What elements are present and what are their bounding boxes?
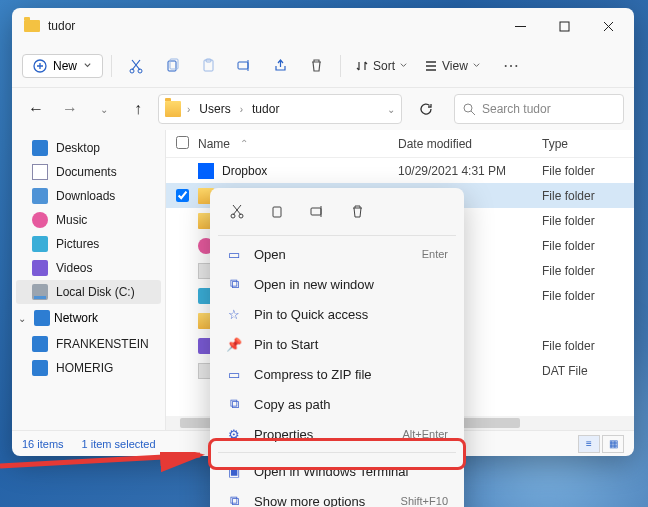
sidebar: DesktopDocumentsDownloadsMusicPicturesVi…: [12, 130, 166, 430]
star-icon: ☆: [226, 306, 242, 322]
selected-count: 1 item selected: [82, 438, 156, 450]
computer-icon: [32, 336, 48, 352]
window-title: tudor: [48, 19, 75, 33]
ctx-delete-icon[interactable]: [340, 196, 374, 226]
svg-rect-0: [560, 22, 569, 31]
address-bar[interactable]: › Users › tudor ⌄: [158, 94, 402, 124]
column-headers: Name⌃ Date modified Type: [166, 130, 634, 158]
paste-icon[interactable]: [192, 50, 224, 82]
sidebar-item-downloads[interactable]: Downloads: [12, 184, 165, 208]
annotation-arrow: [0, 452, 212, 480]
new-button[interactable]: New: [22, 54, 103, 78]
ctx-cut-icon[interactable]: [220, 196, 254, 226]
search-input[interactable]: Search tudor: [454, 94, 624, 124]
more-icon[interactable]: ⋯: [495, 50, 527, 82]
svg-line-14: [0, 455, 200, 466]
toolbar: New Sort View ⋯: [12, 44, 634, 88]
copy-icon[interactable]: [156, 50, 188, 82]
titlebar: tudor: [12, 8, 634, 44]
open-icon: ▭: [226, 246, 242, 262]
up-button[interactable]: ↑: [124, 95, 152, 123]
sort-button[interactable]: Sort: [349, 55, 414, 77]
props-icon: ⚙: [226, 426, 242, 442]
sidebar-item-desktop[interactable]: Desktop: [12, 136, 165, 160]
terminal-icon: ▣: [226, 463, 242, 479]
vid-icon: [32, 260, 48, 276]
context-menu: ▭OpenEnter⧉Open in new window☆Pin to Qui…: [210, 188, 464, 507]
music-icon: [32, 212, 48, 228]
ctx-copy-icon[interactable]: [260, 196, 294, 226]
ctx-show-more-options[interactable]: ⧉Show more optionsShift+F10: [216, 486, 458, 507]
sidebar-item-videos[interactable]: Videos: [12, 256, 165, 280]
zip-icon: ▭: [226, 366, 242, 382]
table-row[interactable]: Dropbox 10/29/2021 4:31 PM File folder: [166, 158, 634, 183]
cut-icon[interactable]: [120, 50, 152, 82]
newwin-icon: ⧉: [226, 276, 242, 292]
select-all-checkbox[interactable]: [176, 136, 189, 149]
ctx-copy-as-path[interactable]: ⧉Copy as path: [216, 389, 458, 419]
view-button[interactable]: View: [418, 55, 487, 77]
icons-view-button[interactable]: ▦: [602, 435, 624, 453]
svg-rect-8: [238, 62, 248, 69]
col-date[interactable]: Date modified: [398, 137, 542, 151]
pin-icon: 📌: [226, 336, 242, 352]
computer-icon: [32, 360, 48, 376]
sidebar-network[interactable]: ⌄Network: [12, 304, 165, 332]
copypath-icon: ⧉: [226, 396, 242, 412]
folder-icon: [165, 101, 181, 117]
dropbox-icon: [198, 163, 214, 179]
delete-icon[interactable]: [300, 50, 332, 82]
minimize-button[interactable]: [498, 10, 542, 42]
sidebar-item-pictures[interactable]: Pictures: [12, 232, 165, 256]
sidebar-item-local-disk-c-[interactable]: Local Disk (C:): [16, 280, 161, 304]
sidebar-item-frankenstein[interactable]: FRANKENSTEIN: [12, 332, 165, 356]
ctx-open-in-windows-terminal[interactable]: ▣Open in Windows Terminal: [216, 456, 458, 486]
more-icon: ⧉: [226, 493, 242, 507]
sidebar-item-homerig[interactable]: HOMERIG: [12, 356, 165, 380]
col-type[interactable]: Type: [542, 137, 634, 151]
breadcrumb[interactable]: tudor: [249, 100, 282, 118]
ctx-properties[interactable]: ⚙PropertiesAlt+Enter: [216, 419, 458, 449]
ctx-pin-to-start[interactable]: 📌Pin to Start: [216, 329, 458, 359]
forward-button[interactable]: →: [56, 95, 84, 123]
down-icon: [32, 188, 48, 204]
breadcrumb[interactable]: Users: [196, 100, 233, 118]
svg-point-9: [464, 104, 472, 112]
rename-icon[interactable]: [228, 50, 260, 82]
ctx-open[interactable]: ▭OpenEnter: [216, 239, 458, 269]
ctx-open-in-new-window[interactable]: ⧉Open in new window: [216, 269, 458, 299]
row-checkbox[interactable]: [176, 189, 189, 202]
doc-icon: [32, 164, 48, 180]
ctx-rename-icon[interactable]: [300, 196, 334, 226]
pic-icon: [32, 236, 48, 252]
folder-icon: [24, 20, 40, 32]
item-count: 16 items: [22, 438, 64, 450]
back-button[interactable]: ←: [22, 95, 50, 123]
close-button[interactable]: [586, 10, 630, 42]
navbar: ← → ⌄ ↑ › Users › tudor ⌄ Search tudor: [12, 88, 634, 130]
details-view-button[interactable]: ≡: [578, 435, 600, 453]
col-name[interactable]: Name: [198, 137, 230, 151]
ctx-pin-to-quick-access[interactable]: ☆Pin to Quick access: [216, 299, 458, 329]
desktop-icon: [32, 140, 48, 156]
svg-rect-12: [273, 207, 281, 217]
svg-rect-13: [311, 208, 321, 215]
share-icon[interactable]: [264, 50, 296, 82]
recent-chevron[interactable]: ⌄: [90, 95, 118, 123]
ctx-compress-to-zip-file[interactable]: ▭Compress to ZIP file: [216, 359, 458, 389]
maximize-button[interactable]: [542, 10, 586, 42]
disk-icon: [32, 284, 48, 300]
new-label: New: [53, 59, 77, 73]
search-icon: [463, 103, 476, 116]
network-icon: [34, 310, 50, 326]
refresh-button[interactable]: [412, 95, 440, 123]
sidebar-item-documents[interactable]: Documents: [12, 160, 165, 184]
chevron-down-icon[interactable]: ⌄: [387, 104, 395, 115]
sidebar-item-music[interactable]: Music: [12, 208, 165, 232]
